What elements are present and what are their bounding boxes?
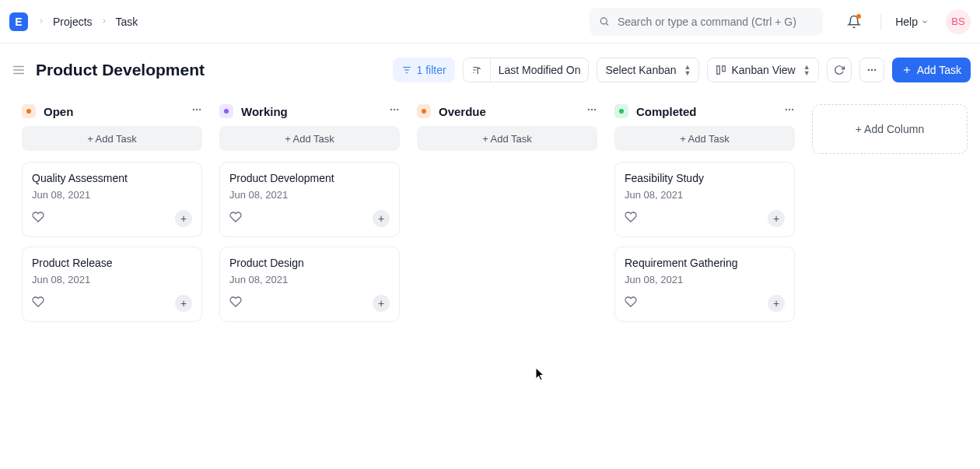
- svg-point-29: [789, 109, 790, 110]
- help-label: Help: [895, 16, 918, 28]
- column-more-button[interactable]: [784, 104, 795, 118]
- svg-point-20: [196, 109, 198, 110]
- add-task-label: Add Task: [917, 64, 961, 76]
- plus-icon: [901, 65, 912, 75]
- svg-rect-13: [723, 66, 726, 72]
- more-options-button[interactable]: [859, 58, 884, 82]
- card-title: Product Design: [229, 257, 390, 269]
- dots-icon: [784, 104, 795, 115]
- sort-select[interactable]: Last Modified On: [491, 58, 589, 82]
- like-button[interactable]: [229, 296, 242, 311]
- kanban-column: Working+ Add TaskProduct DevelopmentJun …: [219, 104, 400, 331]
- card-date: Jun 08, 2021: [32, 274, 192, 285]
- like-button[interactable]: [625, 296, 637, 311]
- chevron-right-icon: [100, 16, 108, 27]
- svg-point-15: [870, 69, 872, 71]
- status-dot: [22, 104, 36, 118]
- cursor-icon: [535, 367, 546, 381]
- page-title: Product Development: [36, 61, 205, 79]
- column-header: Completed: [614, 104, 795, 118]
- svg-line-1: [607, 23, 608, 25]
- svg-point-25: [588, 109, 590, 110]
- column-more-button[interactable]: [389, 104, 400, 118]
- like-button[interactable]: [625, 211, 637, 226]
- card-date: Jun 08, 2021: [32, 189, 192, 201]
- task-card[interactable]: Product ReleaseJun 08, 2021+: [22, 247, 202, 322]
- add-task-row[interactable]: + Add Task: [22, 126, 202, 151]
- task-card[interactable]: Feasibility StudyJun 08, 2021+: [614, 162, 795, 237]
- kanban-icon: [716, 65, 726, 75]
- add-task-button[interactable]: Add Task: [892, 58, 971, 82]
- group-label: Select Kanban: [605, 64, 676, 76]
- card-date: Jun 08, 2021: [229, 189, 390, 201]
- like-button[interactable]: [32, 296, 44, 311]
- like-button[interactable]: [229, 211, 242, 226]
- heart-icon: [229, 296, 242, 308]
- column-title: Working: [241, 105, 288, 118]
- add-task-row[interactable]: + Add Task: [417, 126, 597, 151]
- sort-icon: [471, 65, 482, 75]
- svg-point-23: [394, 109, 395, 110]
- add-task-row[interactable]: + Add Task: [614, 126, 795, 151]
- assign-button[interactable]: +: [175, 295, 192, 312]
- filter-label: 1 filter: [417, 64, 446, 76]
- card-date: Jun 08, 2021: [625, 189, 785, 201]
- card-date: Jun 08, 2021: [229, 274, 390, 285]
- column-title: Overdue: [439, 105, 486, 118]
- column-more-button[interactable]: [586, 104, 597, 118]
- task-card[interactable]: Product DevelopmentJun 08, 2021+: [219, 162, 400, 237]
- search-box[interactable]: [590, 8, 823, 36]
- sort-updown-icon: ▲▼: [684, 64, 691, 76]
- column-header: Open: [22, 104, 202, 118]
- group-kanban-select[interactable]: Select Kanban ▲▼: [597, 58, 699, 82]
- svg-point-28: [786, 109, 787, 110]
- add-column-button[interactable]: + Add Column: [812, 104, 968, 154]
- kanban-column: Completed+ Add TaskFeasibility StudyJun …: [614, 104, 795, 331]
- add-task-row[interactable]: + Add Task: [219, 126, 400, 151]
- task-card[interactable]: Quality AssessmentJun 08, 2021+: [22, 162, 202, 237]
- column-title: Completed: [636, 105, 697, 118]
- svg-point-16: [874, 69, 876, 71]
- svg-point-30: [792, 109, 793, 110]
- avatar[interactable]: BS: [946, 9, 971, 34]
- notification-dot: [856, 14, 861, 19]
- column-more-button[interactable]: [191, 104, 202, 118]
- help-menu[interactable]: Help: [895, 16, 929, 28]
- heart-icon: [625, 296, 637, 308]
- dots-icon: [191, 104, 202, 115]
- heart-icon: [32, 211, 44, 223]
- sort-icon-button[interactable]: [464, 58, 490, 82]
- svg-point-14: [867, 69, 869, 71]
- chevron-right-icon: [37, 16, 45, 27]
- task-card[interactable]: Requirement GatheringJun 08, 2021+: [614, 247, 795, 322]
- svg-point-24: [397, 109, 398, 110]
- task-card[interactable]: Product DesignJun 08, 2021+: [219, 247, 400, 322]
- assign-button[interactable]: +: [373, 210, 390, 227]
- search-icon: [599, 16, 610, 27]
- assign-button[interactable]: +: [768, 210, 785, 227]
- sort-group: Last Modified On: [463, 58, 590, 82]
- view-select[interactable]: Kanban View ▲▼: [707, 58, 818, 82]
- card-title: Quality Assessment: [32, 172, 192, 184]
- crumb-task[interactable]: Task: [116, 16, 138, 28]
- svg-point-0: [600, 18, 607, 24]
- assign-button[interactable]: +: [175, 210, 192, 227]
- filter-button[interactable]: 1 filter: [393, 58, 455, 82]
- svg-point-19: [193, 109, 194, 110]
- search-input[interactable]: [618, 16, 814, 28]
- card-title: Product Development: [229, 172, 390, 184]
- topbar: E Projects Task Help BS: [0, 0, 980, 44]
- notifications-button[interactable]: [842, 9, 866, 34]
- assign-button[interactable]: +: [373, 295, 390, 312]
- view-label: Kanban View: [731, 64, 795, 76]
- svg-point-22: [390, 109, 392, 110]
- sidebar-toggle[interactable]: [9, 61, 28, 79]
- assign-button[interactable]: +: [768, 295, 785, 312]
- refresh-button[interactable]: [827, 58, 852, 82]
- kanban-board: Open+ Add TaskQuality AssessmentJun 08, …: [0, 90, 980, 331]
- menu-icon: [12, 63, 26, 77]
- brand-logo[interactable]: E: [9, 12, 28, 31]
- crumb-projects[interactable]: Projects: [53, 16, 93, 28]
- status-dot: [417, 104, 431, 118]
- like-button[interactable]: [32, 211, 44, 226]
